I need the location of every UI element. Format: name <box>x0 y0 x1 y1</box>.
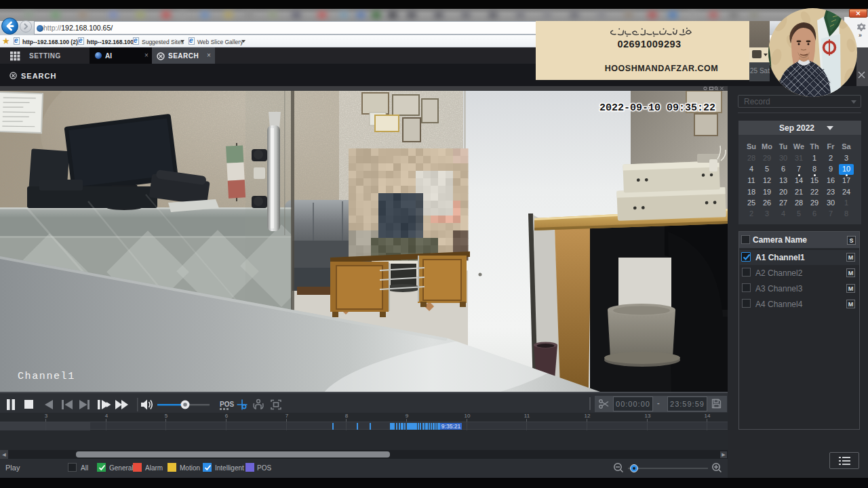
svg-text:2022-09-10 09:35:22: 2022-09-10 09:35:22 <box>599 102 715 114</box>
svg-text:Channel1: Channel1 <box>18 371 75 382</box>
svg-text:POS: POS <box>220 401 234 408</box>
